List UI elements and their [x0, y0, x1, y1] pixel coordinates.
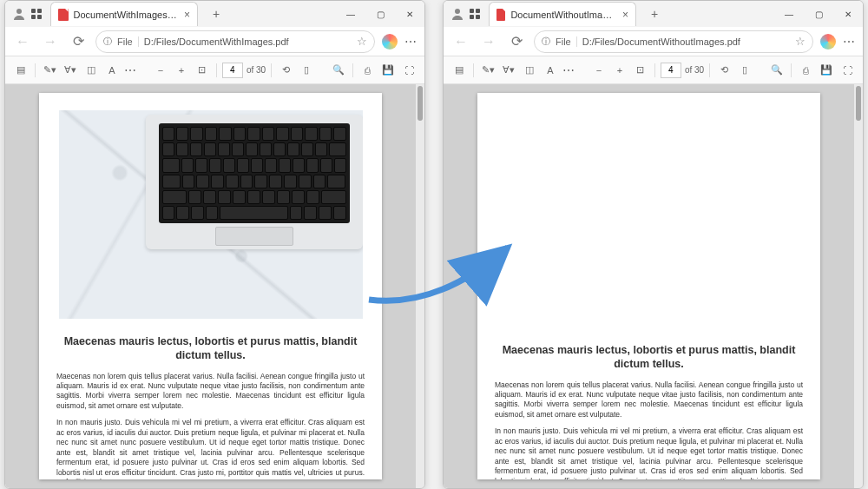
pdf-more-button[interactable]: ⋯ [562, 63, 575, 77]
page-total-label: of 30 [685, 65, 704, 75]
url-text: D:/Files/DocumentWithoutImages.pdf [582, 36, 790, 47]
save-button[interactable]: 💾 [379, 62, 397, 79]
document-paragraph: In non mauris justo. Duis vehicula mi ve… [495, 426, 803, 479]
tab-title: DocumentWithImages.pdf [74, 10, 179, 20]
erase-icon[interactable]: ◫ [521, 62, 538, 79]
site-info-icon[interactable]: ⓘ [103, 36, 112, 48]
text-icon[interactable]: A [542, 62, 559, 79]
svg-rect-2 [37, 9, 42, 13]
pdf-page: Maecenas mauris lectus, lobortis et puru… [477, 93, 820, 479]
new-tab-button[interactable]: + [207, 4, 226, 23]
reload-button[interactable]: ⟳ [68, 31, 89, 52]
tab-close-button[interactable]: × [184, 9, 190, 21]
pdf-page: Maecenas mauris lectus, lobortis et puru… [39, 93, 382, 479]
favorite-button[interactable]: ☆ [357, 35, 367, 48]
minimize-button[interactable]: — [774, 1, 804, 27]
document-paragraph: Maecenas non lorem quis tellus placerat … [56, 372, 365, 412]
forward-button: → [40, 31, 61, 52]
print-button[interactable]: ⎙ [358, 62, 376, 79]
svg-rect-7 [476, 9, 480, 13]
vertical-scrollbar[interactable] [416, 84, 424, 488]
search-icon[interactable]: 🔍 [330, 62, 347, 79]
document-heading: Maecenas mauris lectus, lobortis et puru… [495, 343, 803, 372]
url-text: D:/Files/DocumentWithImages.pdf [144, 36, 352, 47]
document-heading: Maecenas mauris lectus, lobortis et puru… [56, 334, 365, 363]
save-button[interactable]: 💾 [818, 62, 835, 79]
workspaces-icon[interactable] [468, 7, 482, 21]
svg-rect-8 [470, 15, 474, 19]
profile-icon[interactable] [450, 7, 464, 21]
menu-button[interactable]: ⋯ [843, 35, 856, 49]
favorite-button[interactable]: ☆ [795, 35, 806, 48]
erase-icon[interactable]: ◫ [82, 62, 100, 79]
page-total-label: of 30 [247, 65, 266, 75]
document-viewport: Maecenas mauris lectus, lobortis et puru… [444, 84, 863, 488]
zoom-out-button[interactable]: − [152, 62, 169, 79]
svg-rect-3 [31, 15, 36, 19]
svg-rect-1 [31, 9, 36, 13]
maximize-button[interactable]: ▢ [365, 1, 395, 27]
address-bar-row: ← → ⟳ ⓘ File D:/Files/DocumentWithImages… [5, 27, 424, 56]
svg-rect-9 [476, 15, 480, 19]
titlebar: DocumentWithImages.pdf × + — ▢ ✕ [5, 1, 424, 27]
contents-icon[interactable]: ▤ [450, 62, 468, 79]
tab-close-button[interactable]: × [622, 9, 628, 21]
print-button[interactable]: ⎙ [797, 62, 814, 79]
page-number-input[interactable] [222, 63, 243, 78]
highlight-icon[interactable]: ∀▾ [500, 62, 517, 79]
new-tab-button[interactable]: + [645, 4, 664, 23]
draw-icon[interactable]: ✎▾ [479, 62, 496, 79]
full-screen-button[interactable]: ⛶ [838, 62, 856, 79]
fit-page-button[interactable]: ⊡ [632, 62, 649, 79]
draw-icon[interactable]: ✎▾ [41, 62, 58, 79]
pdf-toolbar: ▤ ✎▾ ∀▾ ◫ A ⋯ − + ⊡ of 30 ⟲ ▯ 🔍 ⎙ 💾 ⛶ [444, 56, 863, 84]
zoom-in-button[interactable]: + [173, 62, 190, 79]
full-screen-button[interactable]: ⛶ [400, 62, 418, 79]
tab-title: DocumentWithoutImages.pdf [510, 10, 617, 20]
contents-icon[interactable]: ▤ [12, 62, 30, 79]
menu-button[interactable]: ⋯ [404, 35, 418, 49]
copilot-icon[interactable] [382, 34, 398, 50]
browser-tab[interactable]: DocumentWithImages.pdf × [50, 2, 198, 26]
titlebar: DocumentWithoutImages.pdf × + — ▢ ✕ [444, 1, 863, 27]
pdf-more-button[interactable]: ⋯ [124, 63, 137, 77]
url-scheme-label: File [556, 36, 577, 47]
pdf-toolbar: ▤ ✎▾ ∀▾ ◫ A ⋯ − + ⊡ of 30 ⟲ ▯ 🔍 ⎙ 💾 ⛶ [5, 56, 424, 84]
rotate-button[interactable]: ⟲ [715, 62, 733, 79]
zoom-in-button[interactable]: + [611, 62, 628, 79]
document-paragraph: In non mauris justo. Duis vehicula mi ve… [56, 418, 365, 479]
back-button[interactable]: ← [12, 31, 33, 52]
zoom-out-button[interactable]: − [590, 62, 608, 79]
url-scheme-label: File [117, 36, 139, 47]
address-input[interactable]: ⓘ File D:/Files/DocumentWithImages.pdf ☆ [95, 30, 375, 53]
vertical-scrollbar[interactable] [854, 84, 863, 488]
document-viewport: Maecenas mauris lectus, lobortis et puru… [5, 84, 424, 488]
copilot-icon[interactable] [820, 34, 836, 50]
forward-button: → [478, 31, 499, 52]
browser-window-right: DocumentWithoutImages.pdf × + — ▢ ✕ ← → … [443, 0, 864, 489]
page-view-button[interactable]: ▯ [736, 62, 753, 79]
browser-window-left: DocumentWithImages.pdf × + — ▢ ✕ ← → ⟳ ⓘ… [4, 0, 425, 489]
page-number-input[interactable] [661, 63, 681, 78]
maximize-button[interactable]: ▢ [804, 1, 833, 27]
close-window-button[interactable]: ✕ [395, 1, 424, 27]
profile-icon[interactable] [12, 7, 26, 21]
page-view-button[interactable]: ▯ [298, 62, 315, 79]
search-icon[interactable]: 🔍 [768, 62, 786, 79]
fit-page-button[interactable]: ⊡ [194, 62, 211, 79]
rotate-button[interactable]: ⟲ [277, 62, 294, 79]
back-button[interactable]: ← [450, 31, 471, 52]
svg-rect-6 [470, 9, 474, 13]
document-image [59, 110, 363, 319]
address-input[interactable]: ⓘ File D:/Files/DocumentWithoutImages.pd… [534, 30, 813, 53]
highlight-icon[interactable]: ∀▾ [62, 62, 79, 79]
document-paragraph: Maecenas non lorem quis tellus placerat … [495, 380, 803, 420]
browser-tab[interactable]: DocumentWithoutImages.pdf × [489, 2, 636, 26]
site-info-icon[interactable]: ⓘ [542, 36, 550, 48]
reload-button[interactable]: ⟳ [506, 31, 527, 52]
workspaces-icon[interactable] [30, 7, 43, 21]
pdf-file-icon [496, 9, 505, 21]
minimize-button[interactable]: — [336, 1, 365, 27]
text-icon[interactable]: A [103, 62, 121, 79]
close-window-button[interactable]: ✕ [833, 1, 863, 27]
